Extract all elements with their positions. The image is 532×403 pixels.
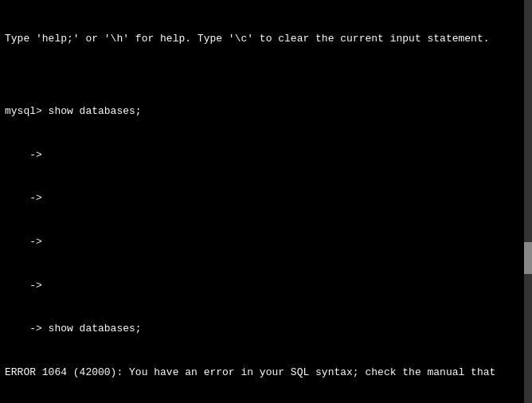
- arrow3-line: ->: [5, 235, 527, 249]
- help-text-line: Type 'help;' or '\h' for help. Type '\c'…: [5, 32, 527, 46]
- scrollbar-thumb[interactable]: [524, 242, 532, 274]
- scrollbar[interactable]: [524, 0, 532, 403]
- arrow4-line: ->: [5, 279, 527, 293]
- terminal-window[interactable]: Type 'help;' or '\h' for help. Type '\c'…: [0, 0, 532, 403]
- arrow1-line: ->: [5, 148, 527, 162]
- error1-line: ERROR 1064 (42000): You have an error in…: [5, 366, 527, 380]
- terminal-output: Type 'help;' or '\h' for help. Type '\c'…: [5, 3, 527, 403]
- cmd1-line: mysql> show databases;: [5, 104, 527, 119]
- arrow2-line: ->: [5, 191, 527, 205]
- arrow5-line: -> show databases;: [5, 322, 527, 336]
